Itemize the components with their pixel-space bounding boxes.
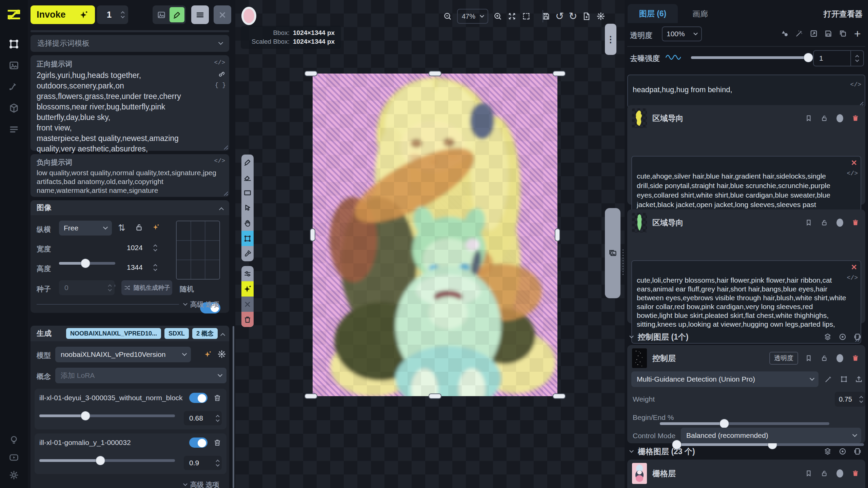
canvas-settings-gear-icon[interactable] [596,12,606,21]
control-layers-header[interactable]: 控制图层 (1个) [630,331,863,343]
zoom-level-select[interactable]: 47% [457,9,488,24]
bbox-tool[interactable] [241,231,254,246]
layer-opacity-select[interactable]: 100% [662,26,702,41]
compare-images-button[interactable] [605,208,620,298]
trash-icon[interactable] [850,353,861,363]
tab-gallery[interactable]: 画廊 [692,9,708,19]
lora-trash-icon[interactable] [213,393,222,402]
panel-frame-icon[interactable] [852,332,863,342]
nav-canvas[interactable] [6,37,21,52]
bookmark-icon[interactable] [804,353,814,363]
negative-prompt-box[interactable]: 负向提示词 low quality,worst quality,normal q… [31,154,229,197]
image-mode-button[interactable] [154,7,169,22]
layer-thumbnail[interactable] [632,463,647,484]
eraser-tool[interactable] [241,170,254,185]
lora-weight-input[interactable]: 0.9 [184,456,222,470]
nav-gallery-icon[interactable] [6,58,21,73]
bbox-handle-right[interactable] [555,228,560,241]
resize-layer-icon[interactable] [809,28,819,39]
code-icon[interactable]: </> [850,81,861,88]
lora-trash-icon[interactable] [213,438,222,447]
lock-open-icon[interactable] [819,218,829,228]
trash-icon[interactable] [850,113,861,123]
new-layer-icon[interactable] [582,12,591,21]
remove-prompt-icon[interactable]: ✕ [851,159,857,167]
model-settings-icon[interactable] [217,349,226,359]
save-layer-icon[interactable] [823,28,833,39]
fit-bbox-icon[interactable] [521,12,531,21]
bbox-handle-top[interactable] [429,71,441,76]
lock-open-icon[interactable] [819,113,829,123]
resize-handle[interactable] [222,190,228,196]
image-advanced-options[interactable]: 高级 选项 [184,300,219,309]
random-seed-button[interactable]: 随机生成种子 [121,280,172,295]
opacity-blob-icon[interactable] [835,353,845,363]
trash-icon[interactable] [850,468,861,479]
remove-prompt-icon[interactable]: ✕ [851,263,857,272]
video-icon[interactable] [6,450,21,465]
braces-icon[interactable]: { } [215,82,226,88]
wand-icon[interactable] [794,28,804,39]
bookmark-icon[interactable] [804,218,814,228]
undo-icon[interactable]: ↺ [555,12,564,21]
eye-icon[interactable] [837,332,848,342]
width-slider[interactable] [59,262,115,265]
control-model-select[interactable]: Multi-Guidance Detection (Union Pro) [631,371,818,387]
rect-tool[interactable] [241,185,254,200]
opacity-blob-icon[interactable] [835,113,845,123]
support-bulb-icon[interactable] [6,432,21,447]
tab-layers[interactable]: 图层 (6) [628,4,678,23]
lock-aspect-icon[interactable] [134,223,144,232]
color-swatch[interactable] [241,7,256,25]
denoise-slider[interactable] [691,56,808,59]
upload-icon[interactable] [854,374,864,384]
nav-queue-icon[interactable] [6,122,21,137]
lora-weight-slider[interactable] [39,459,175,462]
layer-thumbnail[interactable] [632,108,647,128]
panel-resize-grip[interactable] [621,250,625,274]
bookmark-icon[interactable] [804,468,814,479]
nav-workflows-icon[interactable] [6,79,21,94]
merge-shapes-icon[interactable] [780,28,790,39]
height-input[interactable]: 1344 [121,260,160,275]
generation-bbox[interactable] [313,74,557,396]
open-viewer-button[interactable]: 打开查看器 [824,9,863,19]
layers-stack-icon[interactable] [823,332,833,342]
lora-toggle[interactable] [189,393,208,403]
positive-prompt-text[interactable]: 2girls,yuri,hug,heads together, outdoors… [37,70,216,154]
raster-layers-header[interactable]: 栅格图层 (23 个) [630,445,863,458]
weight-input[interactable]: 0.75 [835,392,865,407]
lora-select[interactable]: 添加 LoRA [55,368,226,383]
weight-slider[interactable] [660,422,829,425]
brush-tool[interactable] [241,155,254,170]
generation-section-header[interactable]: 生成 NOOBAIXLNAIXL_VPRED10... SDXL 2 概念 [31,326,229,341]
negative-prompt-text[interactable]: low quality,worst quality,normal quality… [37,168,216,195]
lora-weight-slider[interactable] [39,414,175,417]
lora-toggle[interactable] [189,438,208,448]
generation-advanced-options[interactable]: 高级 选项 [184,480,219,488]
move-tool[interactable] [241,200,254,216]
wand-icon[interactable] [823,374,833,384]
control-mode-select[interactable]: Balanced (recommended) [681,428,861,443]
layer-thumbnail[interactable] [632,213,647,232]
fit-view-icon[interactable] [507,12,517,21]
add-layer-icon[interactable]: + [852,28,863,39]
canvas-area[interactable]: 47% ↺ ↻ Bbox: 1024×1344 px Sca [235,0,625,488]
resize-handle[interactable] [222,144,228,149]
settings-gear-icon[interactable] [6,468,21,483]
positive-prompt-box[interactable]: 正向提示词 2girls,yuri,hug,heads together, ou… [31,55,229,151]
trash-icon[interactable] [850,218,861,228]
color-picker-tool[interactable] [241,246,254,261]
width-input[interactable]: 1024 [121,240,160,255]
invoke-region-button[interactable] [241,281,254,297]
model-sparkle-icon[interactable] [203,349,213,360]
tool-options[interactable] [241,266,254,281]
opacity-blob-icon[interactable] [835,468,845,479]
zoom-out-icon[interactable] [443,12,452,21]
layer-prompt-textarea[interactable]: headpat,hug,hug from behind, </> [627,75,865,108]
queue-count-stepper[interactable] [121,11,124,19]
cancel-button[interactable] [241,297,254,312]
queue-count-box[interactable]: 1 [97,5,128,24]
close-panel-button[interactable] [214,5,231,24]
eye-icon[interactable] [837,446,848,456]
